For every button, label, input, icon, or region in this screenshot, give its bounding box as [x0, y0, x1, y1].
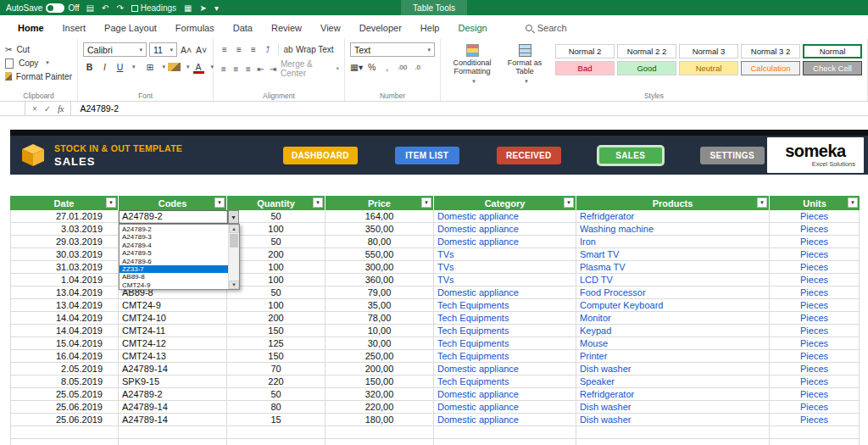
cell-quantity[interactable]: 80: [227, 401, 326, 414]
nav-button-received[interactable]: RECEIVED: [497, 147, 561, 164]
cell-category[interactable]: Domestic appliance: [434, 401, 576, 414]
cell-style-normal-2[interactable]: Normal 2: [555, 44, 615, 58]
scroll-down-icon[interactable]: ▼: [229, 281, 239, 289]
cell-category[interactable]: Tech Equipments: [434, 350, 576, 363]
cell-style-check-cell[interactable]: Check Cell: [803, 61, 862, 75]
cell-quantity[interactable]: 15: [227, 414, 326, 426]
cell-products[interactable]: LCD TV: [576, 274, 770, 286]
cell-units[interactable]: Pieces: [770, 414, 860, 426]
percent-style-icon[interactable]: %: [365, 60, 378, 74]
ribbon-tab-formulas[interactable]: Formulas: [166, 19, 224, 36]
cell-quantity[interactable]: [227, 426, 326, 439]
cell-products[interactable]: Iron: [576, 236, 770, 248]
cell-category[interactable]: Tech Equipments: [434, 337, 576, 350]
ribbon-tab-help[interactable]: Help: [411, 19, 449, 36]
cell-products[interactable]: Plasma TV: [576, 261, 770, 274]
dropdown-item-a24789-4[interactable]: A24789-4: [120, 242, 228, 249]
cell-price[interactable]: 550,00: [326, 248, 434, 261]
chevron-down-icon[interactable]: ▾: [186, 64, 190, 70]
name-box[interactable]: [0, 102, 25, 115]
cell-category[interactable]: Tech Equipments: [434, 312, 576, 325]
cell-codes[interactable]: CMT24-12: [119, 337, 227, 350]
cell-products[interactable]: Mouse: [576, 337, 770, 350]
font-size-select[interactable]: 11 ▾: [149, 42, 177, 57]
nav-button-sales[interactable]: SALES: [598, 147, 663, 164]
cell-quantity[interactable]: 70: [227, 363, 326, 375]
font-color-icon[interactable]: A: [192, 60, 205, 74]
cell-products[interactable]: Keypad: [576, 325, 770, 337]
cell-category[interactable]: Domestic appliance: [434, 414, 576, 426]
cell-units[interactable]: [770, 426, 860, 439]
chevron-down-icon[interactable]: ▾: [132, 64, 136, 70]
cell-products[interactable]: Speaker: [576, 375, 770, 388]
cell-price[interactable]: 150,00: [326, 375, 434, 388]
dropdown-item-zz33-7[interactable]: ZZ33-7: [120, 265, 228, 273]
cell-price[interactable]: 300,00: [326, 261, 434, 274]
cell-codes[interactable]: A24789-2: [119, 210, 227, 223]
ribbon-tab-view[interactable]: View: [311, 19, 350, 36]
autosave-toggle-pill[interactable]: [46, 3, 64, 13]
cell-products[interactable]: Refridgerator: [576, 210, 770, 223]
align-right-icon[interactable]: ≡: [243, 64, 253, 74]
nav-button-item-list[interactable]: ITEM LIST: [395, 147, 459, 164]
cell-style-normal-3[interactable]: Normal 3: [679, 44, 738, 58]
conditional-formatting-button[interactable]: Conditional Formatting ▾: [446, 42, 498, 89]
decrease-decimal-icon[interactable]: .0: [411, 60, 424, 74]
insert-function-icon[interactable]: fx: [58, 104, 64, 114]
cell-style-normal-2-2[interactable]: Normal 2 2: [617, 44, 676, 58]
cell-style-calculation[interactable]: Calculation: [741, 61, 800, 75]
cell-category[interactable]: Domestic appliance: [434, 363, 576, 375]
fill-color-icon[interactable]: [168, 63, 181, 71]
cell-price[interactable]: 35,00: [326, 299, 434, 312]
underline-button[interactable]: U: [114, 60, 126, 74]
cell-codes[interactable]: CMT24-9: [119, 299, 227, 312]
filter-dropdown-icon[interactable]: ▼: [214, 197, 225, 208]
accounting-format-icon[interactable]: ▦▾: [350, 60, 363, 74]
cell-quantity[interactable]: 125: [227, 337, 326, 350]
scroll-up-icon[interactable]: ▲: [229, 225, 239, 233]
ribbon-tab-page-layout[interactable]: Page Layout: [95, 19, 166, 36]
cell-codes[interactable]: CMT24-10: [119, 312, 227, 325]
cell-category[interactable]: Domestic appliance: [434, 210, 576, 223]
wrap-text-button[interactable]: Wrap Text: [296, 45, 334, 54]
cell-units[interactable]: Pieces: [770, 375, 860, 388]
cell-price[interactable]: 79,00: [326, 286, 434, 299]
cell-products[interactable]: Dish washer: [576, 363, 770, 375]
cell-units[interactable]: Pieces: [770, 223, 860, 236]
cell-date[interactable]: 14.04.2019: [10, 312, 119, 325]
cell-price[interactable]: 10,00: [326, 325, 434, 337]
cell-products[interactable]: [576, 439, 770, 445]
cell-date[interactable]: 31.03.2019: [10, 261, 119, 274]
save-icon[interactable]: ▤: [86, 3, 94, 13]
cut-button[interactable]: ✂ Cut: [5, 42, 72, 56]
cell-units[interactable]: Pieces: [770, 388, 860, 401]
cell-price[interactable]: 360,00: [326, 274, 434, 286]
cell-category[interactable]: TVs: [434, 261, 576, 274]
align-left-icon[interactable]: ≡: [219, 64, 229, 74]
cell-units[interactable]: Pieces: [770, 286, 860, 299]
cell-date[interactable]: 25.05.2019: [10, 388, 119, 401]
copy-button[interactable]: Copy ▾: [5, 56, 72, 70]
cell-date[interactable]: 13.04.2019: [10, 299, 119, 312]
cell-units[interactable]: Pieces: [770, 325, 860, 337]
cell-price[interactable]: 320,00: [326, 388, 434, 401]
cell-dropdown-button[interactable]: ▼: [228, 210, 239, 224]
cell-category[interactable]: Domestic appliance: [434, 236, 576, 248]
cell-price[interactable]: [326, 426, 434, 439]
format-painter-button[interactable]: Format Painter: [5, 70, 72, 83]
cell-units[interactable]: Pieces: [770, 261, 860, 274]
cell-codes[interactable]: A24789-14: [119, 414, 227, 426]
cell-units[interactable]: Pieces: [770, 401, 860, 414]
cell-category[interactable]: Tech Equipments: [434, 325, 576, 337]
cell-units[interactable]: Pieces: [770, 363, 860, 375]
cell-date[interactable]: 13.04.2019: [10, 286, 119, 299]
cell-codes[interactable]: [119, 439, 227, 445]
cell-quantity[interactable]: 150: [227, 350, 326, 363]
cell-quantity[interactable]: 200: [227, 248, 326, 261]
cell-codes[interactable]: CMT24-13: [119, 350, 227, 363]
cell-style-neutral[interactable]: Neutral: [679, 61, 738, 75]
align-bottom-icon[interactable]: ≡: [248, 45, 259, 54]
cell-date[interactable]: 3.03.2019: [10, 223, 119, 236]
filter-dropdown-icon[interactable]: ▼: [313, 197, 323, 208]
align-top-icon[interactable]: ≡: [219, 45, 231, 54]
